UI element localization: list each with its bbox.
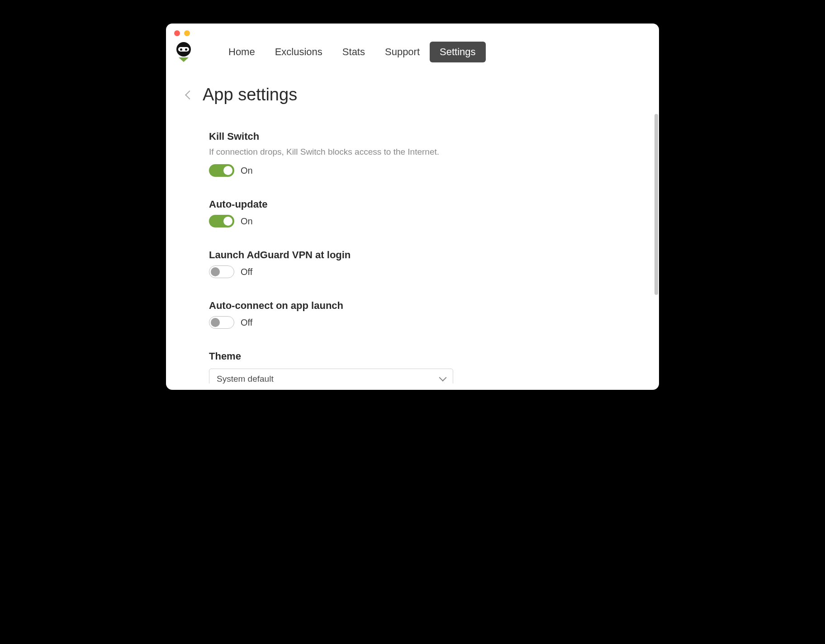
- nav-home[interactable]: Home: [218, 42, 265, 62]
- auto-connect-toggle[interactable]: [209, 316, 234, 329]
- scrollbar[interactable]: [654, 114, 658, 295]
- setting-title: Auto-connect on app launch: [209, 300, 632, 312]
- top-nav: Home Exclusions Stats Support Settings: [166, 36, 659, 62]
- back-icon[interactable]: [185, 90, 194, 99]
- page-title: App settings: [203, 85, 297, 104]
- nav-settings[interactable]: Settings: [430, 42, 486, 62]
- titlebar: [166, 24, 659, 36]
- kill-switch-toggle[interactable]: [209, 164, 234, 177]
- chevron-down-icon: [439, 374, 447, 382]
- app-window: Home Exclusions Stats Support Settings A…: [166, 24, 659, 390]
- setting-title: Auto-update: [209, 199, 632, 210]
- page-header: App settings: [186, 85, 632, 104]
- setting-auto-update: Auto-update On: [209, 199, 632, 227]
- launch-at-login-toggle[interactable]: [209, 265, 234, 278]
- app-logo-icon: [175, 42, 192, 62]
- setting-theme: Theme System default: [209, 350, 632, 384]
- window-close-button[interactable]: [174, 30, 180, 36]
- setting-description: If connection drops, Kill Switch blocks …: [209, 147, 632, 157]
- window-minimize-button[interactable]: [184, 30, 190, 36]
- setting-launch-at-login: Launch AdGuard VPN at login Off: [209, 249, 632, 278]
- toggle-state-label: Off: [241, 317, 252, 328]
- auto-update-toggle[interactable]: [209, 215, 234, 227]
- setting-title: Theme: [209, 350, 632, 362]
- nav-exclusions[interactable]: Exclusions: [265, 42, 332, 62]
- theme-select-value: System default: [217, 374, 274, 384]
- setting-title: Kill Switch: [209, 131, 632, 142]
- toggle-state-label: On: [241, 216, 253, 227]
- toggle-state-label: Off: [241, 267, 252, 277]
- setting-title: Launch AdGuard VPN at login: [209, 249, 632, 261]
- toggle-state-label: On: [241, 166, 253, 176]
- nav-stats[interactable]: Stats: [332, 42, 375, 62]
- theme-select[interactable]: System default: [209, 369, 453, 384]
- setting-auto-connect: Auto-connect on app launch Off: [209, 300, 632, 329]
- content-area: App settings Kill Switch If connection d…: [166, 62, 659, 384]
- setting-kill-switch: Kill Switch If connection drops, Kill Sw…: [209, 131, 632, 177]
- nav-support[interactable]: Support: [375, 42, 430, 62]
